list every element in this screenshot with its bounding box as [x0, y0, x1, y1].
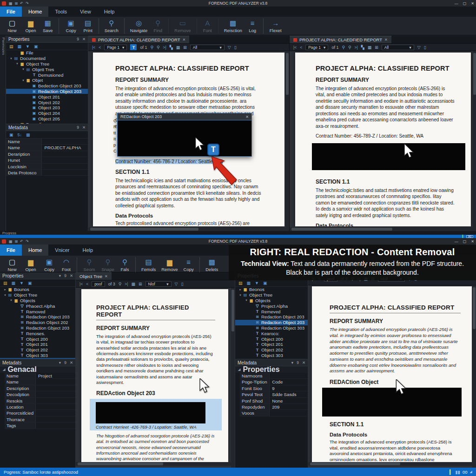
tree-expander-icon[interactable]: ▸: [238, 288, 243, 291]
tree-item[interactable]: ▣ Object 204: [6, 111, 88, 116]
text-tool-button[interactable]: T: [130, 44, 137, 50]
ribbon-button[interactable]: ⚲ Find: [150, 18, 169, 34]
close-panel-icon[interactable]: ✕: [82, 125, 86, 130]
menu-item[interactable]: Help: [76, 245, 99, 256]
tree-item[interactable]: ⊠ Redacion Object 202: [0, 320, 75, 325]
ribbon-button[interactable]: ⚲ Seom: [80, 257, 99, 273]
filter-icon[interactable]: ▼: [20, 281, 24, 285]
filter-select[interactable]: Nlof▾: [145, 281, 172, 287]
pin-icon[interactable]: 9: [77, 125, 79, 130]
redo-icon[interactable]: ↷: [26, 1, 29, 6]
tree-item[interactable]: ⊠ Redaction Dbject 203: [235, 314, 308, 320]
tree-expander-icon[interactable]: ▾: [238, 293, 243, 297]
fit-icon[interactable]: ⊞: [375, 45, 378, 50]
vertical-scrollbar[interactable]: [285, 51, 289, 231]
ribbon-button[interactable]: ▣ Copy: [62, 18, 80, 34]
tree-item[interactable]: ▾ ▆ Object Tree: [6, 61, 88, 67]
ribbon-button[interactable]: ≡ Copy: [181, 257, 200, 273]
tree-item[interactable]: T Renoses.: [0, 331, 75, 336]
filter-funnel-icon[interactable]: ▽: [417, 45, 421, 50]
rotate-icon[interactable]: ▚: [170, 45, 173, 50]
tree-item[interactable]: ⊠ Redaction Object 303: [235, 325, 308, 331]
metadata-row[interactable]: Decodption: [5, 391, 75, 397]
tree-item[interactable]: ▣ Object 203: [6, 105, 88, 111]
rail-label[interactable]: Panmozes: [1, 38, 6, 70]
metadata-row[interactable]: Deta Protosco: [6, 170, 88, 176]
undo-icon[interactable]: ↶: [20, 239, 23, 244]
tree-item[interactable]: ▣ Bedection Gbject 203: [6, 83, 88, 89]
save-quick-icon[interactable]: ⊞: [15, 239, 18, 244]
ribbon-button[interactable]: → Flexet: [266, 18, 285, 34]
ribbon-button[interactable]: ▆ Remove: [159, 257, 180, 273]
maximize-button[interactable]: ▢: [463, 239, 467, 244]
tree-item[interactable]: ▽ Project Alpha: [235, 303, 308, 309]
metadata-row[interactable]: Location: [5, 404, 75, 410]
tree-expander-icon[interactable]: ▾: [21, 67, 26, 71]
tree-item[interactable]: ▸ ▆ Bounos: [0, 287, 75, 292]
metadata-row[interactable]: Vooos: [240, 410, 308, 416]
prev-page-button[interactable]: <: [86, 282, 88, 286]
metadata-row[interactable]: Deraription: [6, 151, 88, 157]
horizontal-scrollbar[interactable]: [308, 462, 472, 466]
tree-item[interactable]: ▣ Object 205: [6, 116, 88, 122]
tree-item[interactable]: ▣ Redaction Object 203: [6, 89, 88, 94]
tree-item[interactable]: T Object 202: [0, 347, 75, 353]
ribbon-button[interactable]: ▢ New: [3, 18, 21, 34]
zoom-out-icon[interactable]: ⚲: [150, 45, 153, 50]
last-page-button[interactable]: >|: [125, 282, 128, 286]
page-select[interactable]: Page 1▾: [305, 45, 328, 50]
vertical-scrollbar[interactable]: [231, 288, 235, 468]
tree-expander-icon[interactable]: ▾: [21, 79, 26, 82]
ribbon-button[interactable]: ⚲ Snape: [99, 257, 117, 273]
sync-icon[interactable]: ▤: [9, 44, 13, 49]
menu-item[interactable]: Home: [22, 245, 48, 256]
menu-item[interactable]: Home: [22, 7, 48, 17]
close-panel-icon[interactable]: ✕: [82, 37, 86, 41]
dialog-close-icon[interactable]: ✕: [245, 115, 249, 119]
tree-item[interactable]: T Demusioned: [6, 72, 88, 78]
ribbon-button[interactable]: ▆ Open: [21, 18, 40, 34]
document-tab[interactable]: PROJECT ALPHA: CLAEDFIED REPORT ✕: [290, 36, 391, 43]
card-view-icon[interactable]: ▣: [9, 132, 13, 137]
collapse-icon[interactable]: ▾: [59, 360, 61, 365]
layout-icon[interactable]: ▦: [368, 45, 372, 50]
ribbon-button[interactable]: ▩ Delets: [203, 257, 221, 273]
undo-icon[interactable]: ↶: [20, 1, 23, 6]
sync-icon[interactable]: ▤: [238, 281, 243, 285]
menu-item[interactable]: Tools: [48, 7, 73, 17]
metadata-row[interactable]: Repodyden 209: [240, 404, 308, 410]
rotate-icon[interactable]: ▚: [361, 45, 364, 50]
copy-icon[interactable]: ▣: [34, 44, 38, 49]
tab-close-icon[interactable]: ✕: [384, 38, 388, 42]
tab-close-icon[interactable]: ✕: [183, 38, 186, 42]
pages-icon[interactable]: ▩: [26, 132, 30, 137]
metadata-row[interactable]: Resokis: [5, 398, 75, 404]
ribbon-button[interactable]: ◠ Foot: [59, 257, 77, 273]
vertical-scrollbar[interactable]: [472, 285, 476, 468]
layout-icon[interactable]: ▦: [131, 282, 135, 286]
tree-item[interactable]: T Object 201: [0, 342, 75, 347]
grid-icon[interactable]: ▦: [247, 281, 251, 285]
ribbon-button[interactable]: ▭ Remove: [172, 18, 197, 34]
tree-item[interactable]: T Object 303: [235, 353, 308, 358]
tree-item[interactable]: T Object 200: [0, 336, 75, 342]
ribbon-button[interactable]: ▩ Reisction: [221, 18, 245, 34]
pin-icon[interactable]: 9: [77, 37, 79, 41]
tree-item[interactable]: ▽ Phaoect Alpha: [0, 303, 75, 309]
open-quick-icon[interactable]: ▦: [9, 239, 13, 244]
filter-select[interactable]: All▾: [190, 45, 225, 50]
pdf-page[interactable]: PROJECT ALPHA: CLASSIFIED REPORT REPORT …: [295, 53, 471, 226]
zoom-in-icon[interactable]: ⚲: [348, 45, 351, 50]
page-select[interactable]: Page 1▾: [104, 45, 127, 50]
metadata-row[interactable]: Hunet: [6, 157, 88, 163]
pdf-page[interactable]: PROJECT ALPHA: CLASSIFIED REPORT REPORT …: [81, 289, 228, 462]
pin-icon[interactable]: 9: [64, 273, 66, 278]
pdf-page[interactable]: PROJECT ALPHA: CLASSIFIED REPORT REPORT …: [312, 286, 472, 462]
redo-icon[interactable]: ↷: [26, 239, 29, 244]
tree-item[interactable]: T Object 303: [0, 353, 75, 358]
collapse-icon[interactable]: ▾: [59, 273, 61, 278]
ribbon-button[interactable]: ▤ Femols: [139, 257, 159, 273]
save-quick-icon[interactable]: ⊞: [15, 1, 18, 6]
page-select[interactable]: poof: [92, 281, 105, 287]
redaction-dialog-titlebar[interactable]: REDaction Object 203 ✕: [118, 113, 251, 120]
